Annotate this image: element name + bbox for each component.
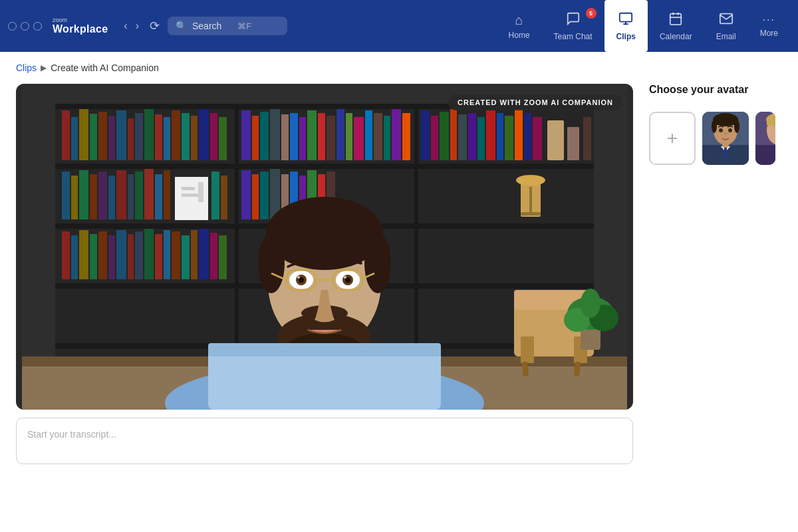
svg-rect-29 [191,116,198,160]
nav-email-label: Email [716,32,736,41]
svg-rect-153 [208,350,441,410]
svg-rect-31 [210,113,217,160]
svg-rect-24 [144,109,154,160]
svg-rect-87 [260,172,269,219]
add-avatar-plus-icon: + [667,129,678,148]
svg-rect-54 [450,109,457,160]
svg-rect-39 [299,117,306,160]
svg-point-166 [724,133,728,135]
transcript-input[interactable]: Start your transcript... [16,418,633,464]
svg-rect-83 [211,172,219,219]
svg-rect-26 [164,117,170,160]
win-close-btn[interactable] [8,22,17,31]
svg-rect-136 [268,233,381,260]
svg-rect-75 [135,172,143,219]
team-chat-icon [566,11,581,29]
search-label: Search [192,21,221,31]
breadcrumb-parent-link[interactable]: Clips [16,63,37,73]
svg-rect-154 [208,343,441,356]
svg-rect-116 [219,235,227,279]
logo-workplace-text: Workplace [53,23,108,35]
svg-rect-20 [108,116,115,160]
breadcrumb: Clips ▶ Create with AI Companion [0,52,798,78]
svg-rect-104 [108,235,115,279]
svg-rect-66 [583,117,591,160]
svg-rect-38 [290,113,298,160]
svg-point-165 [728,128,732,132]
add-avatar-button[interactable]: + [649,112,696,165]
svg-rect-78 [164,170,170,219]
video-preview [16,84,633,410]
nav-item-team-chat[interactable]: Team Chat 5 [542,0,604,52]
svg-rect-103 [98,231,107,279]
breadcrumb-current: Create with AI Companion [51,63,159,73]
svg-rect-9 [55,164,594,169]
svg-rect-41 [318,113,325,160]
ai-companion-badge: CREATED WITH ZOOM AI COMPANION [448,94,622,110]
svg-point-96 [516,175,545,186]
video-container: CREATED WITH ZOOM AI COMPANION [16,84,633,410]
win-minimize-btn[interactable] [21,22,29,31]
svg-rect-111 [172,231,180,279]
nav-calendar-label: Calendar [660,32,692,41]
svg-rect-21 [116,110,126,160]
svg-point-162 [712,120,717,133]
svg-rect-67 [62,172,70,219]
svg-rect-86 [252,174,259,219]
history-icon[interactable]: ⟳ [150,19,160,33]
nav-more-label: More [760,29,778,38]
svg-rect-65 [567,127,579,160]
svg-rect-14 [414,104,418,343]
avatar-item-1[interactable] [702,112,749,165]
avatar-grid: + [649,112,782,165]
svg-rect-97 [529,187,532,213]
svg-rect-110 [164,230,170,279]
nav-item-home[interactable]: ⌂ Home [497,0,542,52]
content-area: CREATED WITH ZOOM AI COMPANION Start you… [0,78,798,532]
svg-rect-27 [172,110,180,160]
svg-rect-37 [281,114,289,160]
svg-rect-109 [155,234,162,279]
avatar-item-2[interactable] [755,112,775,165]
win-maximize-btn[interactable] [33,22,42,31]
svg-rect-62 [524,113,531,160]
nav-item-more[interactable]: ··· More [748,0,790,52]
right-panel: Choose your avatar + [649,84,782,516]
search-icon: 🔍 [176,21,187,31]
svg-rect-108 [144,229,154,279]
svg-rect-70 [90,174,97,219]
svg-rect-33 [241,110,251,160]
svg-rect-157 [724,146,727,157]
svg-rect-73 [116,170,126,219]
team-chat-badge: 5 [586,8,597,19]
svg-rect-49 [392,109,401,160]
svg-rect-40 [307,110,317,160]
nav-item-email[interactable]: Email [704,0,748,52]
svg-rect-23 [135,113,143,160]
svg-rect-77 [155,174,162,219]
svg-rect-81 [182,187,195,190]
svg-point-164 [719,128,723,132]
svg-rect-100 [71,235,78,279]
svg-rect-17 [79,109,88,160]
avatar-person-2-svg [755,112,775,165]
back-arrow-icon[interactable]: ‹ [121,19,130,33]
video-section: CREATED WITH ZOOM AI COMPANION Start you… [16,84,633,516]
svg-rect-72 [108,176,115,219]
svg-rect-101 [79,230,88,279]
email-icon [719,11,733,29]
svg-point-163 [734,120,739,133]
forward-arrow-icon[interactable]: › [133,19,142,33]
svg-rect-16 [71,117,78,160]
nav-arrows: ‹ › [121,19,142,33]
svg-rect-32 [219,117,227,160]
svg-rect-64 [547,120,564,160]
svg-rect-113 [191,230,198,279]
svg-rect-18 [90,114,97,160]
nav-item-clips[interactable]: Clips [604,0,648,52]
logo-area: zoom Workplace [53,17,108,35]
svg-rect-171 [767,120,775,125]
svg-rect-120 [521,336,534,363]
nav-item-calendar[interactable]: Calendar [648,0,704,52]
search-bar[interactable]: 🔍 Search ⌘F [168,17,287,35]
